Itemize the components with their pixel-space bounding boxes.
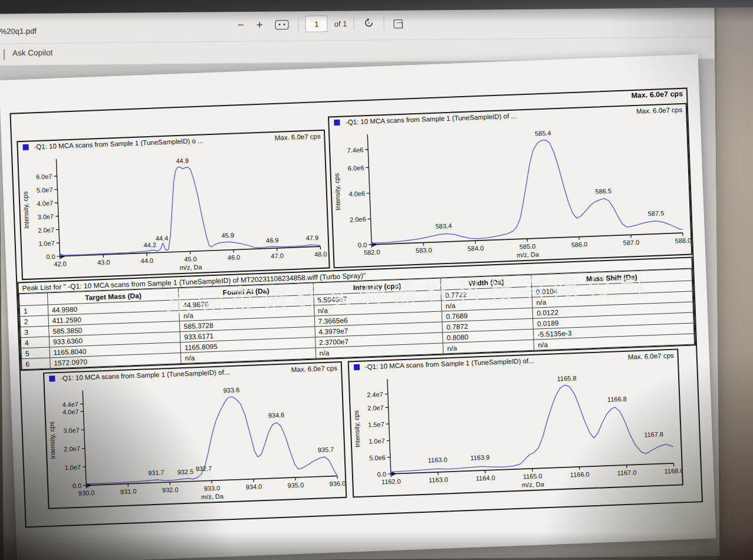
svg-text:4.0e7: 4.0e7 [63,408,79,416]
svg-text:0.0: 0.0 [73,482,82,490]
svg-text:1.0e7: 1.0e7 [64,463,81,471]
page-view-button[interactable] [390,16,405,31]
photo-scene: %20q1.pdf − + of 1 [0,0,753,560]
svg-text:0.0: 0.0 [377,470,386,478]
svg-text:0.0: 0.0 [358,241,367,249]
svg-text:Intensity, cps: Intensity, cps [21,191,29,229]
table-cell: 3 [21,326,50,338]
svg-text:587.0: 587.0 [623,239,640,246]
svg-text:587.5: 587.5 [648,209,665,217]
report-frame: Max. 6.0e7 cps -Q1: 10 MCA scans from Sa… [9,88,703,528]
column-header [19,293,48,306]
page-number-input[interactable] [305,15,328,32]
toolbar-divider [298,18,299,31]
svg-text:588.0: 588.0 [675,237,691,245]
chart-panel-mz585: -Q1: 10 MCA scans from Sample 1 (TuneSam… [328,103,693,269]
svg-text:Intensity, cps: Intensity, cps [352,410,360,447]
svg-text:5.0e6: 5.0e6 [369,454,386,462]
svg-text:585.4: 585.4 [535,129,551,137]
svg-text:934.6: 934.6 [268,411,285,419]
svg-text:933.6: 933.6 [223,386,239,394]
zoom-in-button[interactable]: + [254,17,266,32]
svg-text:583.4: 583.4 [436,222,452,230]
table-cell: 5 [21,347,50,359]
spectrum-svg: 7.4e66.0e64.0e62.0e60.0582.0583.0584.058… [330,113,691,268]
chart-marker-icon [22,144,28,150]
rotate-button[interactable] [360,15,377,31]
pdf-filename: %20q1.pdf [0,27,37,36]
ask-copilot-button[interactable]: Ask Copilot [12,48,52,58]
browser-window: %20q1.pdf − + of 1 [0,4,719,560]
svg-text:1163.0: 1163.0 [428,456,447,463]
svg-text:1168.0: 1168.0 [664,467,682,475]
table-cell: 1 [19,305,48,317]
svg-text:45.0: 45.0 [184,255,197,263]
chart-panel-mz45: -Q1: 10 MCA scans from Sample 1 (TuneSam… [17,130,330,280]
svg-text:Intensity, cps: Intensity, cps [333,173,341,210]
svg-text:586.0: 586.0 [571,241,588,248]
toolbar-divider [353,17,354,30]
page-view-icon [393,19,402,28]
pdf-viewport: Max. 6.0e7 cps -Q1: 10 MCA scans from Sa… [0,60,719,560]
svg-text:932.7: 932.7 [196,465,212,472]
svg-text:1.0e7: 1.0e7 [38,239,55,247]
table-cell: 2 [20,315,49,327]
svg-text:Intensity, cps: Intensity, cps [48,421,56,459]
table-cell: 6 [22,358,51,370]
svg-text:1165.0: 1165.0 [522,472,542,480]
toolbar-divider [383,17,384,29]
svg-text:930.0: 930.0 [78,489,95,497]
svg-text:586.5: 586.5 [596,187,612,195]
svg-text:1163.9: 1163.9 [470,454,489,462]
svg-text:48.0: 48.0 [314,251,327,258]
chart-plot-area: 6.0e75.0e74.0e73.0e72.0e71.0e70.042.043.… [18,140,329,279]
svg-text:1163.0: 1163.0 [428,476,448,483]
charts-row-bottom: -Q1: 10 MCA scans from Sample 1 (TuneSam… [43,348,683,509]
svg-text:2.0e6: 2.0e6 [350,216,366,223]
zoom-out-button[interactable]: − [234,17,246,32]
chart-marker-icon [354,364,360,370]
svg-text:1167.8: 1167.8 [644,430,663,438]
chart-marker-icon [49,375,55,381]
svg-text:1164.0: 1164.0 [475,474,495,482]
chart-panel-mz1165: -Q1: 10 MCA scans from Sample 1 (TuneSam… [347,348,683,498]
svg-text:931.7: 931.7 [148,469,165,476]
pdf-toolbar-controls: − + of 1 [234,15,405,33]
page-count-label: of 1 [334,19,347,28]
svg-text:933.0: 933.0 [204,485,221,492]
svg-text:0.0: 0.0 [46,253,55,261]
svg-text:5.0e7: 5.0e7 [37,186,53,194]
svg-text:932.0: 932.0 [162,486,179,493]
spectrum-svg: 6.0e75.0e74.0e73.0e72.0e71.0e70.042.043.… [18,140,329,279]
chart-panel-mz933: -Q1: 10 MCA scans from Sample 1 (TuneSam… [43,361,347,509]
svg-text:3.0e7: 3.0e7 [37,213,54,220]
svg-text:585.0: 585.0 [519,242,536,250]
svg-text:2.0e7: 2.0e7 [38,226,54,234]
svg-text:936.0: 936.0 [329,480,345,487]
spectrum-svg: 4.4e74.0e73.0e72.0e71.0e70.0930.0931.093… [45,371,346,508]
svg-text:42.0: 42.0 [54,260,67,268]
desk-background [716,0,753,560]
svg-text:46.0: 46.0 [228,253,241,261]
svg-text:584.0: 584.0 [468,245,484,252]
svg-text:932.5: 932.5 [177,468,194,476]
spectrum-svg: 2.4e72.0e71.5e71.0e75.0e60.01162.01163.0… [349,359,682,497]
svg-text:934.0: 934.0 [246,483,262,490]
svg-text:4.0e6: 4.0e6 [349,190,366,197]
svg-text:m/z, Da: m/z, Da [201,493,224,500]
svg-text:46.9: 46.9 [266,236,279,244]
pdf-page: Max. 6.0e7 cps -Q1: 10 MCA scans from Sa… [0,54,716,560]
svg-text:2.4e7: 2.4e7 [367,391,383,398]
charts-row-top: -Q1: 10 MCA scans from Sample 1 (TuneSam… [16,103,692,281]
svg-text:3.0e7: 3.0e7 [63,426,80,434]
chart-plot-area: 2.4e72.0e71.5e71.0e75.0e60.01162.01163.0… [349,359,682,497]
svg-text:2.0e7: 2.0e7 [367,404,384,411]
svg-text:44.0: 44.0 [140,257,153,265]
svg-text:1.5e7: 1.5e7 [368,421,384,429]
svg-text:931.0: 931.0 [120,487,137,495]
svg-text:1165.8: 1165.8 [557,374,576,382]
fit-to-width-button[interactable] [272,17,292,31]
chart-plot-area: 4.4e74.0e73.0e72.0e71.0e70.0930.0931.093… [45,371,346,508]
svg-text:935.0: 935.0 [287,481,304,489]
svg-text:m/z, Da: m/z, Da [521,480,544,488]
